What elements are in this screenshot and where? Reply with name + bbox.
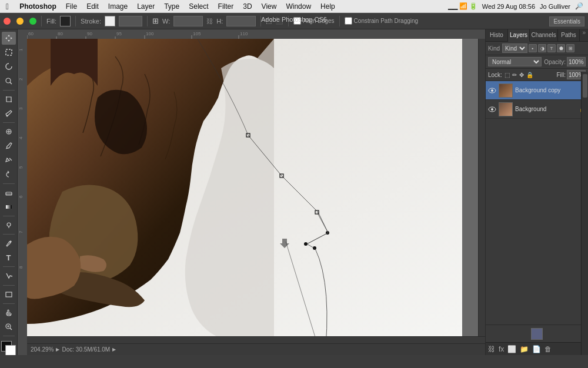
- kind-adjust-icon[interactable]: ◑: [538, 44, 546, 52]
- layer-visibility-bg-copy[interactable]: [488, 86, 496, 95]
- svg-line-15: [10, 328, 12, 330]
- essentials-btn[interactable]: Essentials: [549, 16, 584, 26]
- delete-layer-icon[interactable]: 🗑: [544, 345, 552, 353]
- menu-3d[interactable]: 3D: [238, 2, 256, 11]
- panel-expand-btn[interactable]: »: [580, 29, 588, 41]
- menu-right-area: ▁▁ 📶 🔋 Wed 29 Aug 08:56 Jo Gulliver 🔎: [448, 2, 588, 10]
- kind-pixel-icon[interactable]: ▪: [529, 44, 537, 52]
- add-style-icon[interactable]: fx: [499, 345, 504, 353]
- menu-help[interactable]: Help: [316, 2, 340, 11]
- canvas-area[interactable]: 60 80 90 95 100 105 110: [18, 29, 485, 355]
- blend-mode-select[interactable]: Normal Multiply Screen: [488, 57, 542, 66]
- stroke-color-swatch[interactable]: [105, 16, 115, 26]
- layer-item-background-copy[interactable]: Background copy: [486, 81, 588, 100]
- eraser-btn[interactable]: [2, 186, 16, 199]
- menu-layer[interactable]: Layer: [132, 2, 159, 11]
- menu-photoshop[interactable]: Photoshop: [15, 2, 61, 11]
- lock-transparent-icon[interactable]: ⬚: [505, 72, 510, 78]
- width-input[interactable]: [173, 16, 203, 26]
- lock-move-icon[interactable]: ✥: [519, 72, 524, 78]
- link-wh-icon[interactable]: ⛓: [206, 18, 213, 25]
- menu-window[interactable]: Window: [281, 2, 316, 11]
- menu-view[interactable]: View: [257, 2, 282, 11]
- quick-select-btn[interactable]: [2, 75, 16, 88]
- lock-paint-icon[interactable]: ✏: [512, 72, 517, 78]
- lasso-tool-btn[interactable]: [2, 60, 16, 73]
- vertical-scrollbar[interactable]: [478, 39, 485, 336]
- kind-shape-icon[interactable]: ⬟: [557, 44, 565, 52]
- height-input[interactable]: [226, 16, 256, 26]
- link-layers-icon[interactable]: ⛓: [488, 345, 495, 353]
- path-align-icon[interactable]: ⬚: [266, 17, 272, 25]
- opacity-input[interactable]: 100%: [567, 57, 586, 66]
- bottom-arrow[interactable]: ▶: [112, 347, 116, 352]
- stroke-label: Stroke:: [81, 18, 101, 25]
- brush-tool-btn[interactable]: [2, 139, 16, 152]
- menu-edit[interactable]: Edit: [82, 2, 103, 11]
- spot-healing-btn[interactable]: [2, 125, 16, 138]
- horizontal-scrollbar[interactable]: [27, 336, 485, 343]
- menu-filter[interactable]: Filter: [213, 2, 239, 11]
- fg-bg-colors[interactable]: [1, 341, 16, 355]
- svg-text:105: 105: [193, 31, 201, 36]
- layers-tab[interactable]: Layers: [508, 29, 530, 42]
- move-tool-btn[interactable]: [2, 32, 16, 45]
- eyedropper-btn[interactable]: [2, 107, 16, 120]
- menu-select[interactable]: Select: [184, 2, 213, 11]
- histo-tab[interactable]: Histo: [486, 29, 508, 41]
- kind-type-icon[interactable]: T: [547, 44, 556, 52]
- gradient-btn[interactable]: [2, 200, 16, 213]
- minimize-window-btn[interactable]: [16, 18, 24, 25]
- new-layer-icon[interactable]: 📄: [532, 345, 541, 353]
- layer-thumb-bg-copy: [499, 83, 513, 98]
- paths-tab[interactable]: Paths: [558, 29, 580, 41]
- apple-menu[interactable]: : [6, 2, 9, 11]
- close-window-btn[interactable]: [4, 18, 11, 25]
- crop-tool-btn[interactable]: [2, 93, 16, 106]
- add-mask-icon[interactable]: ⬜: [507, 345, 516, 353]
- stroke-width-input[interactable]: [119, 16, 142, 26]
- channels-tab[interactable]: Channels: [530, 29, 557, 41]
- svg-point-11: [7, 223, 11, 226]
- kind-select[interactable]: Kind: [502, 44, 527, 53]
- kind-icons: ▪ ◑ T ⬟ ⊞: [529, 44, 574, 52]
- new-group-icon[interactable]: 📁: [520, 345, 529, 353]
- right-strip-handle[interactable]: [583, 74, 587, 98]
- background-color[interactable]: [5, 345, 16, 355]
- layer-item-background[interactable]: Background 🔒: [486, 100, 588, 119]
- tool-sep-fg-bg: [3, 336, 15, 336]
- svg-point-54: [491, 89, 493, 92]
- tool-sep-4: [3, 216, 15, 216]
- dodge-btn[interactable]: [2, 219, 16, 232]
- fill-color-swatch[interactable]: [60, 16, 71, 26]
- maximize-window-btn[interactable]: [29, 18, 36, 25]
- align-edges-label[interactable]: Align Edges: [293, 17, 334, 25]
- type-tool-btn[interactable]: T: [2, 251, 16, 264]
- path-select-btn[interactable]: [2, 269, 16, 282]
- path-arrange-icon[interactable]: ⬛: [275, 17, 283, 25]
- rectangle-select-btn[interactable]: [2, 46, 16, 59]
- panel-bottom-bar: ⛓ fx ⬜ 📁 📄 🗑: [486, 342, 588, 355]
- lock-all-icon[interactable]: 🔒: [526, 72, 533, 78]
- history-brush-btn[interactable]: [2, 168, 16, 181]
- clone-stamp-btn[interactable]: [2, 153, 16, 166]
- search-menubar-icon[interactable]: 🔎: [575, 2, 583, 10]
- menu-file[interactable]: File: [61, 2, 82, 11]
- stroke-options-btn[interactable]: ⊞: [152, 16, 159, 25]
- layer-visibility-bg[interactable]: [488, 105, 496, 113]
- hand-tool-btn[interactable]: [2, 306, 16, 319]
- layer-color-swatch[interactable]: [531, 328, 543, 340]
- canvas[interactable]: [27, 39, 462, 339]
- menu-type[interactable]: Type: [159, 2, 184, 11]
- align-edges-checkbox[interactable]: [293, 17, 301, 25]
- constrain-dragging-checkbox[interactable]: [345, 17, 352, 25]
- kind-smart-icon[interactable]: ⊞: [566, 44, 574, 52]
- rectangle-shape-btn[interactable]: [2, 287, 16, 300]
- status-arrow[interactable]: ▶: [56, 347, 59, 352]
- constrain-dragging-label[interactable]: Constrain Path Dragging: [345, 17, 419, 25]
- zoom-tool-btn[interactable]: [2, 320, 16, 333]
- svg-text:4: 4: [18, 136, 24, 139]
- pen-tool-btn[interactable]: [2, 237, 16, 250]
- toolbar-sep-5: [288, 16, 289, 26]
- menu-image[interactable]: Image: [103, 2, 132, 11]
